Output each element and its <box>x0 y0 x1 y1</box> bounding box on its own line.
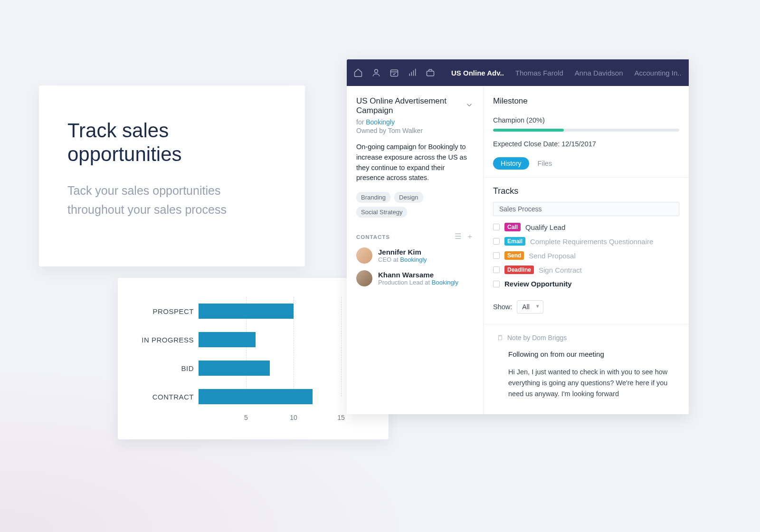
chart-category-label: PROSPECT <box>127 307 194 315</box>
campaign-owner: Owned by Tom Walker <box>356 127 474 134</box>
task-checkbox[interactable] <box>493 238 500 245</box>
company-link[interactable]: Bookingly <box>400 256 427 263</box>
campaign-description: On-going campaign for Bookingly to incre… <box>356 142 474 183</box>
note-body: Hi Jen, I just wanted to check in with y… <box>497 367 679 400</box>
contacts-label: CONTACTS <box>356 234 390 240</box>
tab-history[interactable]: History <box>493 157 529 170</box>
company-link[interactable]: Bookingly <box>432 279 458 286</box>
campaign-sidebar: US Online Advertisement Campaign for Boo… <box>347 86 484 414</box>
task-checkbox[interactable] <box>493 281 500 287</box>
breadcrumb-item[interactable]: Thomas Farold <box>515 69 563 77</box>
task-checkbox[interactable] <box>493 224 500 230</box>
task-row: Call Qualify Lead <box>493 223 679 231</box>
svg-point-0 <box>375 69 378 73</box>
chart-bar <box>199 389 313 404</box>
task-row: Deadline Sign Contract <box>493 266 679 274</box>
contact-row: Khann Warsame Production Lead at Booking… <box>356 270 474 286</box>
note-icon: 🗒 <box>497 334 504 342</box>
tab-files[interactable]: Files <box>538 160 552 167</box>
task-row: Review Opportunity <box>493 280 679 288</box>
breadcrumb-item[interactable]: US Online Adv.. <box>451 69 504 77</box>
note-subject: Following on from our meeting <box>497 350 679 358</box>
task-text[interactable]: Send Proposal <box>529 252 575 260</box>
breadcrumb-item[interactable]: Anna Davidson <box>575 69 623 77</box>
campaign-tag[interactable]: Branding <box>356 192 390 203</box>
chart-bar <box>199 361 270 376</box>
chart-category-label: BID <box>127 364 194 372</box>
task-badge: Call <box>504 223 521 231</box>
task-row: Send Send Proposal <box>493 251 679 260</box>
chart-category-label: IN PROGRESS <box>127 336 194 344</box>
show-label: Show: <box>493 303 512 311</box>
chart-bar <box>199 332 256 347</box>
avatar[interactable] <box>356 247 372 264</box>
task-text[interactable]: Sign Contract <box>539 266 582 274</box>
progress-bar <box>493 129 679 132</box>
svg-rect-7 <box>427 71 434 76</box>
show-filter-select[interactable]: All <box>517 300 543 314</box>
contact-row: Jennifer Kim CEO at Bookingly <box>356 247 474 264</box>
campaign-tag[interactable]: Design <box>394 192 423 203</box>
avatar[interactable] <box>356 270 372 286</box>
task-badge: Deadline <box>504 266 534 274</box>
chart-icon[interactable] <box>408 68 417 77</box>
task-checkbox[interactable] <box>493 252 500 259</box>
tracks-process-bar[interactable]: Sales Process <box>493 202 679 216</box>
milestone-heading: Milestone <box>493 96 679 106</box>
contact-name[interactable]: Khann Warsame <box>378 271 458 279</box>
hero-title: Track sales opportunities <box>67 119 276 167</box>
campaign-title: US Online Advertisement Campaign <box>356 96 461 115</box>
contact-role: Production Lead at Bookingly <box>378 279 458 286</box>
chevron-down-icon[interactable] <box>465 101 474 111</box>
expected-close-date: Expected Close Date: 12/15/2017 <box>493 140 679 148</box>
contact-name[interactable]: Jennifer Kim <box>378 248 427 256</box>
app-navbar: US Online Adv..Thomas FaroldAnna Davidso… <box>347 59 689 86</box>
hero-subtitle: Tack your sales opportunities throughout… <box>67 181 276 219</box>
tracks-heading: Tracks <box>493 186 679 196</box>
task-checkbox[interactable] <box>493 266 500 273</box>
crm-app-window: US Online Adv..Thomas FaroldAnna Davidso… <box>347 59 689 414</box>
campaign-tag[interactable]: Social Strategy <box>356 207 407 218</box>
list-icon[interactable]: ☰ <box>455 232 461 242</box>
contact-role: CEO at Bookingly <box>378 256 427 263</box>
chart-bar <box>199 304 294 319</box>
home-icon[interactable] <box>353 68 363 77</box>
task-text[interactable]: Qualify Lead <box>525 223 565 231</box>
svg-rect-1 <box>391 70 398 76</box>
chart-tick-label: 15 <box>337 414 345 421</box>
note-author: Note by Dom Briggs <box>507 334 567 342</box>
campaign-detail: Milestone Champion (20%) Expected Close … <box>484 86 689 414</box>
person-icon[interactable] <box>371 68 381 77</box>
task-badge: Send <box>504 251 524 260</box>
task-text[interactable]: Complete Requirements Questionnaire <box>530 238 653 246</box>
calendar-icon[interactable] <box>390 68 399 77</box>
chart-category-label: CONTRACT <box>127 393 194 401</box>
hero-card: Track sales opportunities Tack your sale… <box>39 86 305 266</box>
task-badge: Email <box>504 237 525 246</box>
campaign-for: for Bookingly <box>356 118 474 126</box>
milestone-stage: Champion (20%) <box>493 116 679 124</box>
chart-tick-label: 10 <box>290 414 297 421</box>
task-text[interactable]: Review Opportunity <box>504 280 572 288</box>
briefcase-icon[interactable] <box>426 68 435 77</box>
task-row: Email Complete Requirements Questionnair… <box>493 237 679 246</box>
chart-tick-label: 5 <box>244 414 248 421</box>
breadcrumb-item[interactable]: Accounting In.. <box>634 69 681 77</box>
add-contact-icon[interactable]: ＋ <box>466 232 474 242</box>
company-link[interactable]: Bookingly <box>366 118 395 126</box>
